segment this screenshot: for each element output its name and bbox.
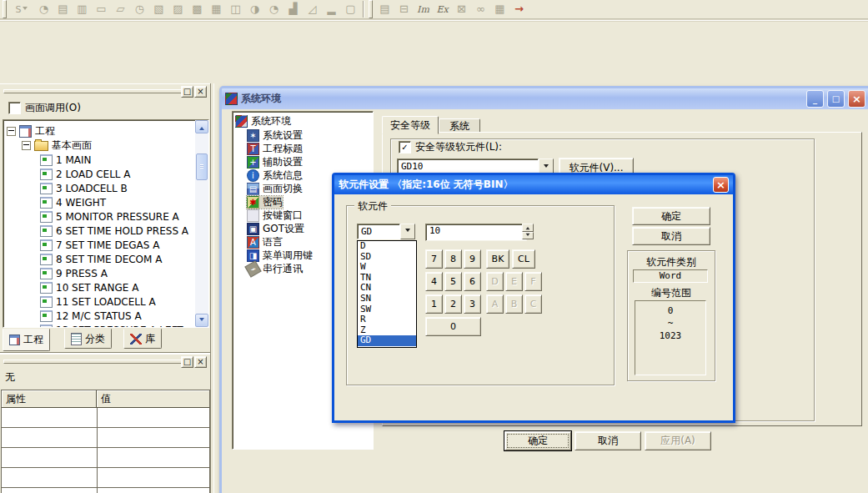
trend-graph-button[interactable]	[283, 0, 303, 18]
panel-restore-button[interactable]	[181, 86, 193, 98]
lamp-object-button[interactable]	[34, 0, 53, 18]
key-1[interactable]: 1	[425, 294, 443, 314]
spinner-down-button[interactable]	[522, 232, 534, 240]
tab-library[interactable]: 库	[123, 329, 162, 349]
key-3[interactable]: 3	[464, 294, 481, 314]
tab-project[interactable]: 工程	[3, 329, 50, 351]
collapse-icon[interactable]	[7, 127, 16, 136]
spinner-up-button[interactable]	[522, 224, 534, 232]
import-button[interactable]: Im	[414, 0, 433, 18]
device-number-input[interactable]: 10	[425, 224, 527, 241]
tree-item-screen[interactable]: 7 SET TIME DEGAS A	[40, 238, 159, 252]
env-item-serial-communication[interactable]: 串行通讯	[247, 263, 303, 275]
switch-dropdown-button[interactable]: S	[9, 0, 34, 18]
env-item-screen-switching[interactable]: 画面切换	[247, 183, 303, 195]
tree-item-screen[interactable]: 13 SET PRESSURE A LEFT	[40, 323, 183, 328]
env-item-password[interactable]: 密码	[247, 196, 283, 209]
env-item-system-information[interactable]: 系统信息	[247, 169, 303, 182]
toolbar-grip[interactable]	[3, 0, 7, 18]
env-item-project-title[interactable]: 工程标题	[247, 143, 303, 155]
collapse-icon[interactable]	[22, 141, 31, 150]
env-item-key-window[interactable]: 按键窗口	[247, 209, 303, 222]
dropdown-option[interactable]: D	[358, 241, 416, 252]
toolbar-grip[interactable]	[369, 0, 373, 18]
tree-item-screen[interactable]: 6 SET TIME HOLD PRESS A	[40, 224, 188, 238]
set-overlay-button[interactable]	[394, 0, 414, 18]
tree-scrollbar[interactable]	[195, 120, 208, 327]
window-title-bar[interactable]: 系统环境	[222, 88, 868, 109]
env-ok-button[interactable]: 确定	[504, 431, 571, 450]
device-type-combo[interactable]: GD	[357, 224, 415, 239]
word-comment-button[interactable]	[168, 0, 188, 18]
tree-item-screen[interactable]: 5 MONITOR PRESSURE A	[40, 209, 179, 224]
ascii-display-button[interactable]	[73, 0, 92, 18]
dialog-ok-button[interactable]: 确定	[632, 207, 710, 225]
tab-security-level[interactable]: 安全等级	[382, 116, 439, 134]
env-item-auxiliary-settings[interactable]: 辅助设置	[247, 156, 303, 169]
minimize-button[interactable]	[806, 90, 824, 108]
find-device-button[interactable]	[471, 0, 490, 18]
export-button[interactable]: Ex	[433, 0, 452, 18]
close-button[interactable]	[848, 90, 865, 108]
scroll-up-button[interactable]	[195, 120, 208, 133]
tree-item-screen[interactable]: 4 WEIGHT	[40, 195, 106, 209]
data-list-button[interactable]	[490, 0, 509, 18]
panel-meter-button[interactable]	[264, 0, 283, 18]
statistics-graph-button[interactable]	[341, 0, 360, 18]
parts-movement-button[interactable]	[245, 0, 264, 18]
dropdown-option[interactable]: SD	[358, 252, 416, 263]
key-0[interactable]: 0	[425, 317, 481, 336]
time-display-button[interactable]	[111, 0, 130, 18]
panel-close-button[interactable]	[194, 356, 207, 368]
tree-item-screen[interactable]: 8 SET TIME DECOM A	[40, 252, 162, 266]
report-button[interactable]	[375, 0, 394, 18]
key-clear[interactable]: CL	[512, 249, 535, 269]
key-4[interactable]: 4	[425, 272, 443, 291]
tree-item-screen[interactable]: 12 M/C STATUS A	[40, 309, 142, 323]
table-row[interactable]	[2, 468, 209, 488]
alarm-history-button[interactable]	[188, 0, 207, 18]
screen-image-button[interactable]	[452, 0, 471, 18]
table-row[interactable]	[2, 408, 209, 428]
env-cancel-button[interactable]: 取消	[574, 431, 641, 450]
dialog-title-bar[interactable]: 软元件设置 〈指定:16位 无符号BIN〉	[334, 175, 733, 194]
env-item-menu-call-key[interactable]: 菜单调用键	[247, 249, 313, 262]
tree-item-screen[interactable]: 9 PRESS A	[40, 266, 108, 280]
alarm-list-button[interactable]	[207, 0, 226, 18]
clock-display-button[interactable]	[130, 0, 149, 18]
key-6[interactable]: 6	[464, 272, 481, 291]
env-apply-button[interactable]: 应用(A)	[645, 431, 711, 450]
dialog-cancel-button[interactable]: 取消	[632, 227, 710, 245]
chevron-down-icon[interactable]	[400, 224, 415, 239]
key-5[interactable]: 5	[444, 272, 462, 291]
screen-call-checkbox[interactable]	[8, 102, 21, 114]
date-display-button[interactable]	[92, 0, 111, 18]
table-row[interactable]	[2, 448, 209, 468]
tree-item-screen[interactable]: 3 LOADCELL B	[40, 181, 128, 195]
maximize-button[interactable]	[827, 90, 845, 108]
env-item-language[interactable]: 语言	[247, 236, 283, 249]
comment-display-button[interactable]	[149, 0, 168, 18]
scroll-down-button[interactable]	[195, 314, 208, 327]
dropdown-option[interactable]: SW	[358, 304, 416, 315]
env-item-got-setup[interactable]: GOT设置	[247, 223, 304, 235]
tree-item-screen[interactable]: 10 SET RANGE A	[40, 280, 138, 294]
tree-item-screen[interactable]: 11 SET LOADCELL A	[40, 294, 156, 309]
env-item-system-settings[interactable]: 系统设置	[247, 129, 303, 142]
key-backspace[interactable]: BK	[486, 249, 509, 269]
security-device-checkbox[interactable]	[399, 141, 411, 153]
table-row[interactable]	[2, 428, 209, 448]
dropdown-option[interactable]: R	[358, 314, 416, 325]
key-8[interactable]: 8	[444, 249, 462, 269]
tree-item-screen[interactable]: 2 LOAD CELL A	[40, 167, 131, 181]
env-tree-root[interactable]: 系统环境	[235, 115, 291, 128]
panel-drag-handle[interactable]	[3, 89, 183, 93]
panel-splitter[interactable]	[210, 83, 214, 493]
tree-item-screen[interactable]: 1 MAIN	[40, 153, 92, 167]
panel-drag-handle[interactable]	[3, 360, 183, 364]
key-9[interactable]: 9	[464, 249, 481, 269]
parts-display-button[interactable]	[226, 0, 245, 18]
dropdown-option[interactable]: W	[358, 262, 416, 273]
dialog-close-button[interactable]	[713, 177, 729, 193]
dropdown-option[interactable]: SN	[358, 294, 416, 304]
